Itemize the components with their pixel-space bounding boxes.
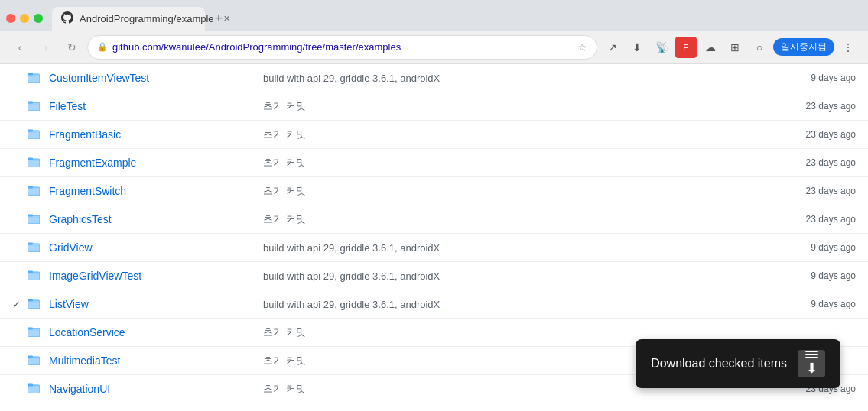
menu-icon[interactable]: ⋮ [837, 37, 859, 58]
table-row[interactable]: ImageGridViewTest build with api 29, gri… [0, 262, 868, 290]
folder-icon [28, 128, 43, 141]
forward-button[interactable]: › [35, 37, 57, 58]
svg-rect-21 [28, 272, 40, 280]
table-row[interactable]: ✓ ListView build with api 29, griddle 3.… [0, 290, 868, 319]
folder-icon [28, 185, 43, 197]
folder-icon [28, 100, 43, 112]
commit-message: 초기 커밋 [263, 184, 779, 198]
back-button[interactable]: ‹ [9, 37, 31, 58]
svg-rect-24 [28, 300, 40, 309]
time-ago: 9 days ago [779, 242, 856, 253]
file-name[interactable]: FragmentExample [49, 157, 263, 169]
svg-rect-5 [28, 102, 33, 104]
page-content: CustomItemViewTest build with api 29, gr… [0, 64, 868, 411]
download-icon-box: ⬇ [798, 350, 825, 377]
file-name[interactable]: LocationService [49, 326, 263, 338]
file-name[interactable]: MultimediaTest [49, 354, 263, 367]
minimize-button[interactable] [20, 14, 29, 23]
time-ago: 9 days ago [779, 270, 856, 281]
svg-rect-17 [28, 215, 33, 217]
time-ago: 9 days ago [779, 73, 856, 83]
svg-rect-26 [28, 299, 33, 302]
share-icon[interactable]: ↗ [602, 37, 623, 58]
svg-rect-30 [28, 357, 40, 365]
commit-message: 초기 커밋 [263, 99, 779, 113]
maximize-button[interactable] [34, 14, 43, 23]
cast-icon[interactable]: 📡 [651, 37, 672, 58]
time-ago: 23 days ago [779, 214, 856, 225]
table-row[interactable]: GridView build with api 29, griddle 3.6.… [0, 234, 868, 262]
refresh-button[interactable]: ↻ [61, 37, 83, 58]
table-row[interactable]: FragmentSwitch 초기 커밋 23 days ago [0, 177, 868, 206]
extension-icon[interactable]: E [675, 37, 697, 58]
svg-rect-27 [28, 328, 40, 337]
commit-message: build with api 29, griddle 3.6.1, androi… [263, 299, 779, 310]
url-text: github.com/kwanulee/AndroidProgramming/t… [112, 41, 573, 53]
svg-rect-29 [28, 328, 33, 330]
bookmark-icon[interactable]: ☆ [577, 41, 587, 53]
download-lines-icon [805, 351, 818, 358]
browser-chrome: AndroidProgramming/example ✕ + ‹ › ↻ 🔒 g… [0, 0, 868, 64]
folder-icon [28, 298, 43, 310]
active-tab[interactable]: AndroidProgramming/example ✕ [52, 7, 205, 31]
svg-rect-0 [28, 74, 40, 83]
tab-title: AndroidProgramming/example [80, 13, 214, 24]
folder-icon [28, 383, 43, 395]
commit-message: 초기 커밋 [263, 128, 779, 141]
file-name[interactable]: CustomItemViewTest [49, 72, 263, 84]
svg-rect-11 [28, 158, 33, 160]
toolbar: ‹ › ↻ 🔒 github.com/kwanulee/AndroidProgr… [0, 31, 868, 64]
github-icon [61, 11, 73, 26]
check-mark: ✓ [12, 299, 28, 310]
commit-message: build with api 29, griddle 3.6.1, androi… [263, 270, 779, 282]
svg-rect-2 [28, 73, 33, 76]
svg-rect-35 [28, 384, 33, 387]
folder-icon [28, 354, 43, 367]
commit-message: 초기 커밋 [263, 156, 779, 170]
address-bar[interactable]: 🔒 github.com/kwanulee/AndroidProgramming… [87, 35, 597, 60]
table-row[interactable]: GraphicsTest 초기 커밋 23 days ago [0, 206, 868, 234]
svg-rect-6 [28, 131, 40, 139]
svg-rect-8 [28, 130, 33, 132]
folder-icon [28, 326, 43, 338]
time-ago: 23 days ago [779, 129, 856, 140]
compress-icon[interactable]: ⊞ [724, 37, 746, 58]
svg-rect-18 [28, 244, 40, 252]
commit-message: build with api 29, griddle 3.6.1, androi… [263, 242, 779, 254]
commit-message: 초기 커밋 [263, 212, 779, 226]
svg-rect-14 [28, 186, 33, 189]
svg-rect-9 [28, 159, 40, 167]
table-row[interactable]: FileTest 초기 커밋 23 days ago [0, 92, 868, 121]
file-name[interactable]: FragmentBasic [49, 128, 263, 141]
pause-translation-button[interactable]: 일시중지됨 [773, 38, 834, 56]
folder-icon [28, 270, 43, 282]
download-toolbar-icon[interactable]: ⬇ [626, 37, 648, 58]
cloud-icon[interactable]: ☁ [700, 37, 721, 58]
svg-rect-3 [28, 102, 40, 111]
tab-bar: AndroidProgramming/example ✕ + [0, 0, 868, 31]
time-ago: 23 days ago [779, 157, 856, 168]
file-name[interactable]: FragmentSwitch [49, 185, 263, 197]
folder-icon [28, 157, 43, 169]
svg-rect-23 [28, 271, 33, 273]
svg-rect-32 [28, 356, 33, 358]
file-name[interactable]: GraphicsTest [49, 213, 263, 225]
file-name[interactable]: ImageGridViewTest [49, 270, 263, 282]
commit-message: build with api 29, griddle 3.6.1, androi… [263, 73, 779, 84]
file-name[interactable]: FileTest [49, 100, 263, 112]
file-name[interactable]: GridView [49, 241, 263, 254]
new-tab-button[interactable]: + [208, 8, 229, 29]
table-row[interactable]: CustomItemViewTest build with api 29, gr… [0, 64, 868, 92]
table-row[interactable]: FragmentExample 초기 커밋 23 days ago [0, 149, 868, 177]
close-button[interactable] [6, 14, 15, 23]
file-name[interactable]: ListView [49, 298, 263, 310]
svg-rect-33 [28, 385, 40, 393]
settings-icon[interactable]: ○ [749, 37, 770, 58]
folder-icon [28, 213, 43, 225]
file-name[interactable]: NavigationUI [49, 383, 263, 395]
svg-rect-15 [28, 215, 40, 224]
commit-message: 초기 커밋 [263, 325, 779, 339]
download-checked-button[interactable]: Download checked items ⬇ [636, 339, 840, 388]
table-row[interactable]: FragmentBasic 초기 커밋 23 days ago [0, 121, 868, 149]
time-ago: 23 days ago [779, 101, 856, 112]
